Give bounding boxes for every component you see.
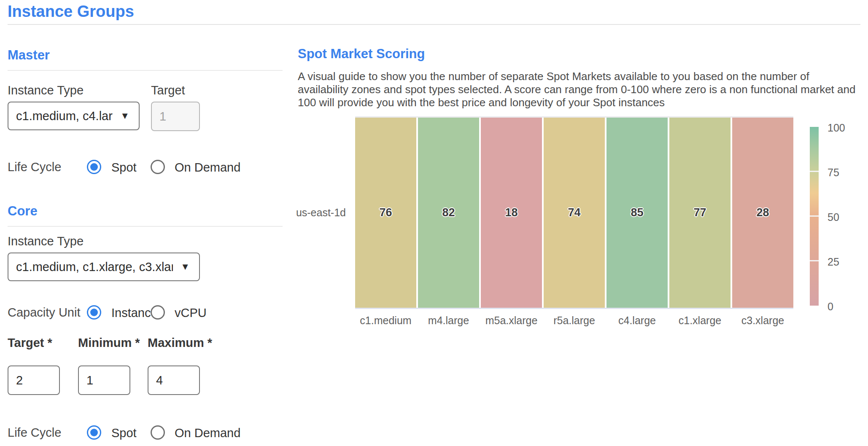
heatmap-cell: 18 xyxy=(481,118,542,308)
master-life-cycle-radio-on-demand[interactable] xyxy=(151,160,165,174)
core-life-cycle-row: Life Cycle Spot On Demand xyxy=(8,425,261,441)
heatmap-cell-value: 28 xyxy=(756,206,769,219)
core-life-cycle-option-on-demand[interactable]: On Demand xyxy=(175,426,240,440)
heatmap-cell-value: 74 xyxy=(568,206,580,219)
master-target-input: 1 xyxy=(151,102,200,131)
heatmap-row-label: us-east-1d xyxy=(253,207,346,219)
master-life-cycle-option-on-demand[interactable]: On Demand xyxy=(175,161,240,175)
core-instance-type-value: c1.medium, c1.xlarge, c3.xlarge xyxy=(16,260,173,274)
dropdown-arrow-icon: ▼ xyxy=(120,111,129,121)
heatmap-cell: 74 xyxy=(544,118,605,308)
core-capacity-radio-vcpu[interactable] xyxy=(151,305,165,320)
heatmap-cell-value: 82 xyxy=(442,206,455,219)
heatmap-cell-value: 18 xyxy=(505,206,518,219)
heatmap-x-label: c4.large xyxy=(607,314,668,327)
master-target-label: Target xyxy=(151,83,185,97)
colorbar-tick: 0 xyxy=(828,300,861,313)
master-instance-type-label: Instance Type xyxy=(8,83,84,97)
heatmap-cell-value: 77 xyxy=(693,206,706,219)
heatmap-x-label: m5a.xlarge xyxy=(481,314,542,327)
core-capacity-radio-instance[interactable] xyxy=(87,305,101,320)
heatmap-cell: 82 xyxy=(418,118,479,308)
heatmap-cell: 76 xyxy=(355,118,416,308)
instance-groups-page: Instance Groups Master Instance Type Tar… xyxy=(0,0,868,446)
master-life-cycle-label: Life Cycle xyxy=(8,160,61,174)
core-target-value: 2 xyxy=(16,373,23,387)
heatmap-x-label: c1.medium xyxy=(355,314,416,327)
heatmap-cell-value: 76 xyxy=(379,206,392,219)
core-capacity-unit-label: Capacity Unit xyxy=(8,306,80,320)
master-target-placeholder: 1 xyxy=(159,110,166,124)
core-maximum-input[interactable]: 4 xyxy=(148,365,200,395)
colorbar-segment-line xyxy=(810,171,819,172)
master-life-cycle-row: Life Cycle Spot On Demand xyxy=(8,159,261,175)
heatmap-cell: 85 xyxy=(607,118,668,308)
core-divider xyxy=(8,226,283,227)
heatmap-x-label: c3.xlarge xyxy=(732,314,793,327)
core-section-heading: Core xyxy=(8,204,38,219)
page-title: Instance Groups xyxy=(8,3,134,21)
colorbar-tick: 25 xyxy=(828,255,861,268)
core-life-cycle-label: Life Cycle xyxy=(8,426,61,440)
heatmap-x-label: m4.large xyxy=(418,314,479,327)
core-minimum-value: 1 xyxy=(86,373,93,387)
core-life-cycle-option-spot[interactable]: Spot xyxy=(111,426,137,440)
colorbar-segment-line xyxy=(810,215,819,217)
colorbar-tick: 75 xyxy=(828,166,861,179)
master-section-heading: Master xyxy=(8,48,50,63)
core-instance-type-dropdown[interactable]: c1.medium, c1.xlarge, c3.xlarge ▼ xyxy=(8,253,200,281)
spot-market-scoring-heading: Spot Market Scoring xyxy=(298,46,425,62)
core-target-input[interactable]: 2 xyxy=(8,365,60,395)
core-minimum-input[interactable]: 1 xyxy=(78,365,130,395)
heatmap-cell: 28 xyxy=(732,118,793,308)
master-instance-type-dropdown[interactable]: c1.medium, c4.large, m4.large, … ▼ xyxy=(8,102,140,130)
master-divider xyxy=(8,70,283,71)
core-maximum-value: 4 xyxy=(156,373,163,387)
heatmap-x-label: c1.xlarge xyxy=(669,314,731,327)
core-minimum-label: Minimum * xyxy=(78,336,140,350)
dropdown-arrow-icon: ▼ xyxy=(181,262,190,271)
heatmap-cell: 77 xyxy=(669,118,731,308)
master-life-cycle-option-spot[interactable]: Spot xyxy=(111,161,137,175)
spot-market-description: A visual guide to show you the number of… xyxy=(298,70,860,109)
master-life-cycle-radio-spot[interactable] xyxy=(87,160,101,174)
core-capacity-option-vcpu[interactable]: vCPU xyxy=(175,306,207,320)
heatmap-cell-value: 85 xyxy=(631,206,643,219)
core-maximum-label: Maximum * xyxy=(148,336,212,350)
colorbar-tick: 50 xyxy=(828,211,861,223)
core-life-cycle-radio-on-demand[interactable] xyxy=(151,425,165,440)
title-divider xyxy=(8,24,860,25)
core-capacity-unit-row: Capacity Unit Instance vCPU xyxy=(8,304,261,320)
core-life-cycle-radio-spot[interactable] xyxy=(87,425,101,440)
heatmap-bottom-border xyxy=(355,308,793,309)
colorbar-tick: 100 xyxy=(828,121,861,134)
heatmap-x-label: r5a.large xyxy=(544,314,605,327)
colorbar-segment-line xyxy=(810,260,819,261)
core-target-label: Target * xyxy=(8,336,52,350)
master-instance-type-value: c1.medium, c4.large, m4.large, … xyxy=(16,109,113,123)
core-instance-type-label: Instance Type xyxy=(8,234,84,248)
